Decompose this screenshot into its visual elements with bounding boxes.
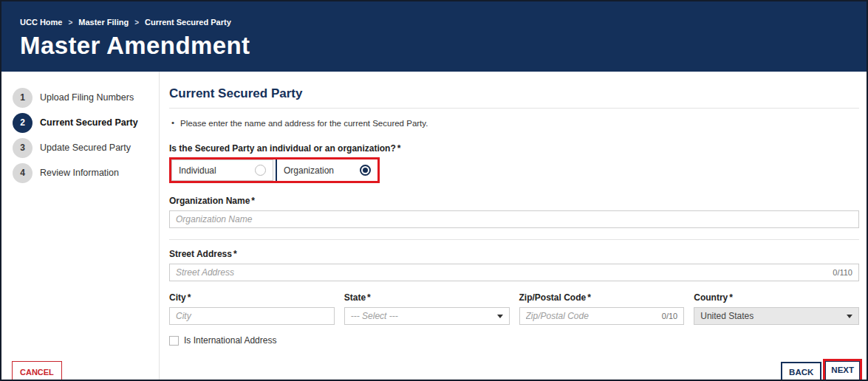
city-state-zip-country-row: City* State* --- Select --- Zip/Post bbox=[169, 292, 859, 325]
street-address-label: Street Address* bbox=[169, 249, 859, 259]
footer-actions: BACK NEXT bbox=[781, 359, 862, 381]
label-text: Country bbox=[694, 292, 728, 303]
state-field: State* --- Select --- bbox=[344, 292, 510, 325]
radio-option-label: Individual bbox=[179, 165, 216, 176]
required-marker: * bbox=[251, 196, 255, 206]
content-area: 1 Upload Filing Numbers 2 Current Secure… bbox=[1, 72, 867, 380]
breadcrumb-current-page: Current Secured Party bbox=[145, 18, 231, 27]
organization-name-field: Organization Name* bbox=[169, 196, 859, 228]
street-address-input[interactable] bbox=[170, 264, 833, 281]
international-address-checkbox[interactable] bbox=[169, 336, 179, 346]
required-marker: * bbox=[367, 292, 371, 303]
required-marker: * bbox=[188, 292, 191, 303]
label-text: Zip/Postal Code bbox=[519, 292, 587, 303]
label-text: City bbox=[169, 292, 186, 303]
stepper-sidebar: 1 Upload Filing Numbers 2 Current Secure… bbox=[1, 72, 160, 380]
step-number-badge: 1 bbox=[13, 88, 33, 108]
cancel-button[interactable]: CANCEL bbox=[12, 361, 62, 381]
international-address-row: Is International Address bbox=[169, 335, 859, 346]
radio-checked-icon[interactable] bbox=[360, 165, 371, 176]
step-number-badge: 2 bbox=[13, 113, 33, 133]
country-field: Country* United States bbox=[694, 292, 859, 325]
state-label: State* bbox=[344, 292, 510, 303]
annotation-box-next: NEXT bbox=[823, 359, 862, 381]
step-upload-filing-numbers[interactable]: 1 Upload Filing Numbers bbox=[1, 87, 159, 108]
section-divider bbox=[169, 239, 859, 240]
country-select[interactable]: United States bbox=[694, 307, 859, 325]
organization-name-input[interactable] bbox=[169, 210, 859, 228]
step-review-information[interactable]: 4 Review Information bbox=[1, 162, 159, 183]
page: UCC Home > Master Filing > Current Secur… bbox=[0, 0, 868, 381]
zip-input-wrap: 0/10 bbox=[519, 307, 685, 325]
street-address-input-wrap: 0/110 bbox=[169, 264, 859, 281]
step-label: Review Information bbox=[40, 168, 119, 178]
step-current-secured-party[interactable]: 2 Current Secured Party bbox=[1, 112, 159, 133]
next-button[interactable]: NEXT bbox=[825, 361, 860, 381]
radio-option-individual[interactable]: Individual bbox=[171, 159, 273, 181]
step-number-badge: 4 bbox=[13, 163, 33, 183]
page-title: Master Amendment bbox=[20, 32, 867, 60]
chevron-down-icon bbox=[497, 315, 503, 318]
required-marker: * bbox=[233, 249, 237, 259]
zip-field: Zip/Postal Code* 0/10 bbox=[519, 292, 685, 325]
zip-input[interactable] bbox=[520, 308, 662, 324]
required-marker: * bbox=[587, 292, 591, 303]
street-address-field: Street Address* 0/110 bbox=[169, 249, 859, 281]
zip-label: Zip/Postal Code* bbox=[519, 292, 685, 303]
label-text: Organization Name bbox=[169, 196, 250, 206]
country-label: Country* bbox=[694, 292, 859, 303]
back-button[interactable]: BACK bbox=[781, 362, 821, 381]
city-label: City* bbox=[169, 292, 335, 303]
breadcrumb-master-filing[interactable]: Master Filing bbox=[78, 18, 129, 27]
breadcrumb-separator: > bbox=[134, 18, 139, 27]
step-label: Current Secured Party bbox=[40, 117, 138, 128]
label-text: State bbox=[344, 292, 366, 303]
radio-unchecked-icon[interactable] bbox=[255, 165, 266, 176]
chevron-down-icon bbox=[847, 315, 852, 318]
step-label: Upload Filing Numbers bbox=[40, 92, 134, 103]
breadcrumb: UCC Home > Master Filing > Current Secur… bbox=[20, 18, 867, 27]
state-select[interactable]: --- Select --- bbox=[344, 307, 510, 325]
required-marker: * bbox=[729, 292, 733, 303]
state-select-placeholder: --- Select --- bbox=[351, 311, 398, 321]
step-number-badge: 3 bbox=[13, 138, 33, 158]
country-select-value: United States bbox=[700, 311, 753, 321]
international-address-label: Is International Address bbox=[184, 335, 276, 346]
party-type-question-text: Is the Secured Party an individual or an… bbox=[169, 143, 396, 154]
organization-name-label: Organization Name* bbox=[169, 196, 859, 206]
breadcrumb-ucc-home[interactable]: UCC Home bbox=[20, 18, 62, 27]
step-label: Update Secured Party bbox=[40, 143, 131, 153]
breadcrumb-separator: > bbox=[68, 18, 72, 27]
radio-option-label: Organization bbox=[284, 165, 334, 176]
city-input[interactable] bbox=[169, 307, 335, 325]
radio-option-organization[interactable]: Organization bbox=[276, 159, 377, 181]
form-area: Current Secured Party Please enter the n… bbox=[160, 72, 867, 380]
label-text: Street Address bbox=[169, 249, 232, 259]
street-address-char-counter: 0/110 bbox=[833, 268, 858, 277]
step-update-secured-party[interactable]: 3 Update Secured Party bbox=[1, 137, 159, 158]
required-marker: * bbox=[397, 143, 401, 154]
party-type-question-label: Is the Secured Party an individual or an… bbox=[169, 143, 859, 154]
app-header: UCC Home > Master Filing > Current Secur… bbox=[1, 1, 867, 72]
zip-char-counter: 0/10 bbox=[662, 312, 683, 320]
annotation-box-party-type: Individual Organization bbox=[169, 157, 380, 183]
section-heading: Current Secured Party bbox=[169, 86, 859, 109]
instruction-bullet: Please enter the name and address for th… bbox=[169, 119, 859, 128]
city-field: City* bbox=[169, 292, 335, 325]
